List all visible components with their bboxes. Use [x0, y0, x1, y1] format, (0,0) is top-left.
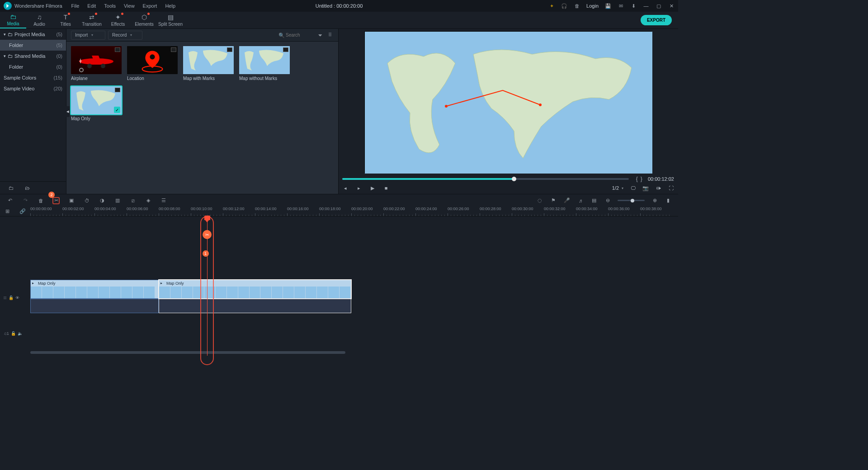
properties-icon[interactable]: ☰: [160, 197, 167, 204]
minimize-button[interactable]: —: [643, 3, 649, 9]
progress-knob[interactable]: [512, 177, 516, 181]
tab-split-screen[interactable]: ▤Split Screen: [157, 12, 184, 28]
login-button[interactable]: Login: [586, 3, 599, 9]
menu-view[interactable]: View: [124, 3, 135, 9]
mark-out-icon[interactable]: }: [641, 176, 642, 182]
media-thumb[interactable]: [183, 46, 234, 74]
snapshot-icon[interactable]: 📷: [642, 185, 649, 191]
timeline-scrollbar[interactable]: [30, 351, 674, 354]
speed-icon[interactable]: ⏱: [83, 197, 90, 204]
delete-icon[interactable]: 🗑: [37, 197, 44, 204]
timeline-clip-audio[interactable]: [159, 299, 351, 313]
green-screen-icon[interactable]: ▥: [114, 197, 121, 204]
zoom-out-icon[interactable]: ⊖: [604, 197, 611, 204]
color-icon[interactable]: ◑: [99, 197, 106, 204]
fullscreen-icon[interactable]: ⛶: [668, 185, 674, 191]
view-grid-icon[interactable]: ⠿: [326, 32, 334, 39]
audio-mixer-icon[interactable]: ♬: [577, 197, 584, 204]
tab-titles[interactable]: TTitles: [52, 12, 79, 28]
folder-icon[interactable]: 🗁: [24, 184, 31, 192]
filter-icon[interactable]: ⏷: [316, 32, 324, 39]
save-icon[interactable]: 💾: [605, 3, 611, 9]
menu-edit[interactable]: Edit: [87, 3, 96, 9]
chevron-down-icon[interactable]: ▾: [4, 54, 6, 58]
gift-icon[interactable]: 🗑: [574, 3, 580, 9]
tab-audio[interactable]: ♫Audio: [26, 12, 52, 28]
export-button[interactable]: EXPORT: [641, 15, 672, 25]
media-thumb[interactable]: [239, 46, 290, 74]
voiceover-icon[interactable]: 🎤: [563, 197, 571, 204]
prev-frame-icon[interactable]: ◂: [342, 185, 349, 191]
menu-file[interactable]: File: [71, 3, 80, 9]
tree-item-folder[interactable]: Folder(5): [0, 40, 66, 51]
scrollbar-thumb[interactable]: [30, 351, 345, 354]
next-frame-icon[interactable]: ▸: [356, 185, 362, 191]
volume-icon[interactable]: 🕪: [655, 185, 661, 191]
tab-media[interactable]: 🗀Media: [0, 12, 26, 28]
timeline-clip[interactable]: ▸Map Only: [159, 280, 351, 299]
play-icon[interactable]: ▶: [369, 185, 376, 191]
tree-item-shared-media[interactable]: ▾🗀Shared Media(0): [0, 51, 66, 61]
support-icon[interactable]: 🎧: [561, 3, 567, 9]
import-dropdown[interactable]: Import▾: [71, 31, 105, 40]
link-icon[interactable]: 🔗: [19, 208, 26, 215]
render-icon[interactable]: ⎚: [129, 197, 137, 204]
zoom-knob[interactable]: [631, 199, 634, 202]
marker-icon[interactable]: ⚑: [550, 197, 557, 204]
media-thumb[interactable]: ✓: [71, 86, 122, 114]
timeline-ruler[interactable]: 00:00:00:0000:00:02:0000:00:04:0000:00:0…: [30, 207, 678, 216]
video-track-body[interactable]: ▸Map Only▸Map Only: [30, 280, 678, 316]
media-item-map-only[interactable]: ✓Map Only: [71, 86, 122, 121]
goto-playhead-icon[interactable]: ⊞: [4, 208, 11, 215]
tree-item-sample-video[interactable]: Sample Video(20): [0, 83, 66, 94]
crop-icon[interactable]: ▣: [68, 197, 75, 204]
redo-icon[interactable]: ↷: [22, 197, 29, 204]
video-track-toggle-icon[interactable]: ▸⃣: [4, 296, 7, 300]
split-button[interactable]: ✂: [52, 197, 60, 204]
preview-scale-dropdown[interactable]: 1/2▾: [612, 185, 623, 191]
new-folder-icon[interactable]: 🗀: [7, 184, 14, 192]
lock-icon[interactable]: 🔓: [9, 296, 14, 300]
media-item-location[interactable]: Location: [127, 46, 178, 81]
tips-icon[interactable]: ✦: [548, 3, 555, 9]
zoom-slider[interactable]: [618, 200, 645, 201]
menu-help[interactable]: Help: [165, 3, 175, 9]
tab-transition[interactable]: ⇄Transition: [79, 12, 105, 28]
download-icon[interactable]: ⬇: [630, 3, 637, 9]
collapse-handle[interactable]: ◂: [66, 106, 70, 117]
mute-icon[interactable]: 🔈: [18, 331, 23, 336]
audio-track-body[interactable]: [30, 327, 678, 340]
media-thumb[interactable]: [127, 46, 178, 74]
record-dropdown[interactable]: Record▾: [108, 31, 142, 40]
tree-item-sample-colors[interactable]: Sample Colors(15): [0, 72, 66, 83]
mix-icon[interactable]: ◌: [536, 197, 543, 204]
tree-item-project-media[interactable]: ▾🗀Project Media(5): [0, 29, 66, 40]
eye-icon[interactable]: 👁: [15, 296, 19, 300]
preview-progress[interactable]: [342, 178, 629, 180]
maximize-button[interactable]: ▢: [656, 3, 662, 9]
menu-tools[interactable]: Tools: [104, 3, 116, 9]
chevron-down-icon[interactable]: ▾: [4, 32, 6, 37]
preview-viewport[interactable]: [364, 31, 652, 173]
menu-export[interactable]: Export: [143, 3, 157, 9]
media-item-map-without-marks[interactable]: Map without Marks: [239, 46, 290, 81]
track-manage-icon[interactable]: ▤: [590, 197, 598, 204]
keyframe-icon[interactable]: ◈: [145, 197, 152, 204]
tab-elements[interactable]: ⬡Elements: [131, 12, 157, 28]
tree-item-folder[interactable]: Folder(0): [0, 61, 66, 72]
media-item-map-with-marks[interactable]: Map with Marks: [183, 46, 234, 81]
display-icon[interactable]: 🖵: [630, 185, 636, 191]
audio-track-head[interactable]: ♫1 🔓 🔈: [0, 327, 30, 340]
message-icon[interactable]: ✉: [618, 3, 624, 9]
playhead-handle-icon[interactable]: [204, 216, 210, 220]
media-thumb[interactable]: [71, 46, 122, 74]
zoom-in-icon[interactable]: ⊕: [651, 197, 658, 204]
stop-icon[interactable]: ■: [383, 185, 389, 191]
undo-icon[interactable]: ↶: [6, 197, 14, 204]
timeline-clip[interactable]: ▸Map Only: [30, 280, 159, 299]
lock-icon[interactable]: 🔓: [11, 331, 16, 336]
mark-in-icon[interactable]: {: [636, 176, 638, 182]
tab-effects[interactable]: ✦Effects: [105, 12, 131, 28]
timeline-clip-audio[interactable]: [30, 299, 159, 313]
media-item-airplane[interactable]: Airplane: [71, 46, 122, 81]
